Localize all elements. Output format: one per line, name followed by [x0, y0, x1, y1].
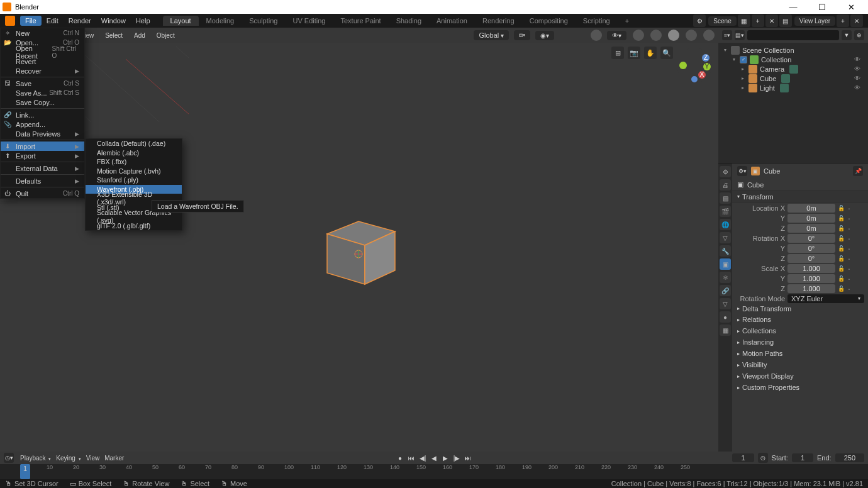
- file-menu-open-recent[interactable]: Open RecentShift Ctrl O: [1, 47, 84, 57]
- vp-menu-object[interactable]: Object: [153, 31, 179, 40]
- lock-icon[interactable]: 🔓: [838, 286, 845, 292]
- timeline-menu-marker[interactable]: Marker: [104, 455, 124, 462]
- play-icon[interactable]: ▶: [440, 453, 450, 463]
- auto-key-icon[interactable]: ●: [395, 453, 405, 463]
- scale-z-input[interactable]: 1.000: [787, 284, 835, 293]
- physics-tab-icon[interactable]: ⚛: [720, 272, 731, 283]
- file-menu-import[interactable]: ⬇Import▶: [1, 141, 84, 151]
- visibility-eye-icon[interactable]: 👁: [854, 65, 860, 72]
- timeline-menu-keying[interactable]: Keying ▾: [56, 455, 81, 462]
- grid-icon[interactable]: ⊞: [611, 47, 624, 59]
- render-tab-icon[interactable]: ⚙: [720, 166, 731, 177]
- import-motion-capture-bvh-[interactable]: Motion Capture (.bvh): [86, 167, 182, 176]
- lock-icon[interactable]: 🔓: [838, 215, 845, 221]
- 3d-viewport[interactable]: ⧉▾ Object Mode ViewSelectAddObject Globa…: [0, 28, 718, 460]
- rotation-y-input[interactable]: 0°: [787, 244, 835, 253]
- current-frame-input[interactable]: 1: [732, 453, 754, 462]
- lock-icon[interactable]: 🔓: [838, 225, 845, 231]
- file-menu-quit[interactable]: ⏻QuitCtrl Q: [1, 189, 84, 198]
- location-z-input[interactable]: 0m: [787, 224, 835, 233]
- file-menu-append-[interactable]: 📎Append...: [1, 119, 84, 129]
- pin-icon[interactable]: 📌: [853, 166, 863, 176]
- viewlayer-new-icon[interactable]: +: [837, 14, 849, 27]
- outliner-light[interactable]: ▸Light👁: [718, 83, 868, 92]
- section-instancing[interactable]: ▸Instancing: [732, 336, 868, 348]
- close-button[interactable]: ✕: [837, 0, 865, 14]
- properties-editor-icon[interactable]: ⚙▾: [737, 166, 747, 176]
- outliner-editor-icon[interactable]: ≡▾: [722, 30, 732, 40]
- object-data-tab-icon[interactable]: ▽: [720, 232, 731, 243]
- default-cube[interactable]: [321, 210, 396, 286]
- workspace-tab-shading[interactable]: Shading: [389, 16, 429, 26]
- file-menu-new[interactable]: ✧NewCtrl N: [1, 28, 84, 38]
- file-menu-data-previews[interactable]: Data Previews▶: [1, 129, 84, 138]
- section-collections[interactable]: ▸Collections: [732, 325, 868, 336]
- lock-icon[interactable]: 🔓: [838, 255, 845, 262]
- shading-lookdev-icon[interactable]: [686, 30, 697, 41]
- outliner-search-input[interactable]: [747, 30, 839, 40]
- material-tab-icon[interactable]: ●: [720, 311, 731, 323]
- workspace-tab-animation[interactable]: Animation: [429, 16, 475, 26]
- section-viewport-display[interactable]: ▸Viewport Display: [732, 370, 868, 382]
- menu-window[interactable]: Window: [96, 16, 131, 26]
- menu-file[interactable]: File: [20, 16, 42, 26]
- pan-icon[interactable]: ✋: [644, 47, 657, 59]
- world-tab-icon[interactable]: 🌐: [720, 219, 731, 230]
- shading-wire-icon[interactable]: [650, 30, 662, 41]
- visibility-eye-icon[interactable]: 👁: [854, 84, 860, 91]
- workspace-tab-rendering[interactable]: Rendering: [475, 16, 522, 26]
- overlays-icon[interactable]: [591, 30, 602, 41]
- camera-view-icon[interactable]: 📷: [628, 47, 640, 59]
- section-custom-properties[interactable]: ▸Custom Properties: [732, 382, 868, 393]
- vp-menu-add[interactable]: Add: [130, 31, 149, 40]
- snap-icon[interactable]: ⧈▾: [514, 30, 530, 40]
- scene-close-icon[interactable]: ✕: [765, 14, 778, 27]
- modifiers-tab-icon[interactable]: 🔧: [720, 245, 731, 257]
- rotation-mode-dropdown[interactable]: XYZ Euler▾: [787, 294, 864, 303]
- end-frame-input[interactable]: 250: [835, 453, 864, 462]
- shading-rendered-icon[interactable]: [703, 30, 715, 41]
- blender-logo-icon[interactable]: [5, 16, 15, 26]
- viewlayer-tab-icon[interactable]: ▤: [720, 192, 731, 204]
- scene-icon[interactable]: ⚙: [693, 14, 706, 27]
- import-fbx-fbx-[interactable]: FBX (.fbx): [86, 157, 182, 167]
- outliner-display-icon[interactable]: ▤▾: [735, 30, 745, 40]
- timeline-menu-playback[interactable]: Playback ▾: [20, 455, 51, 462]
- import-collada-default-dae-[interactable]: Collada (Default) (.dae): [86, 139, 182, 148]
- key-prev-icon[interactable]: ◀|: [418, 453, 428, 463]
- transform-panel-header[interactable]: ▾Transform: [732, 191, 868, 202]
- import-stanford-ply-[interactable]: Stanford (.ply): [86, 175, 182, 185]
- menu-help[interactable]: Help: [131, 16, 155, 26]
- play-reverse-icon[interactable]: ◀: [429, 453, 439, 463]
- section-visibility[interactable]: ▸Visibility: [732, 359, 868, 370]
- file-menu-defaults[interactable]: Defaults▶: [1, 176, 84, 186]
- workspace-tab-modeling[interactable]: Modeling: [199, 16, 242, 26]
- proportional-icon[interactable]: ◉▾: [535, 31, 554, 40]
- import-alembic-abc-[interactable]: Alembic (.abc): [86, 148, 182, 158]
- file-menu-save[interactable]: 🖫SaveCtrl S: [1, 79, 84, 88]
- timeline-editor-icon[interactable]: ◷▾: [4, 453, 14, 463]
- file-menu-external-data[interactable]: External Data▶: [1, 164, 84, 173]
- rotation-x-input[interactable]: 0°: [787, 234, 835, 243]
- import-scalable-vector-graphics-svg-[interactable]: Scalable Vector Graphics (.svg): [86, 212, 182, 221]
- collection-checkbox[interactable]: ✓: [740, 56, 747, 64]
- lock-icon[interactable]: 🔓: [838, 265, 845, 272]
- lock-icon[interactable]: 🔓: [838, 205, 845, 211]
- rotation-z-input[interactable]: 0°: [787, 254, 835, 263]
- workspace-tab-scripting[interactable]: Scripting: [576, 16, 618, 26]
- zoom-icon[interactable]: 🔍: [660, 47, 673, 59]
- file-menu-revert[interactable]: Revert: [1, 57, 84, 66]
- file-menu-save-copy-[interactable]: Save Copy...: [1, 97, 84, 107]
- section-relations[interactable]: ▸Relations: [732, 314, 868, 325]
- lock-icon[interactable]: 🔓: [838, 275, 845, 282]
- file-menu-export[interactable]: ⬆Export▶: [1, 151, 84, 160]
- gizmo-icon[interactable]: [633, 30, 644, 41]
- scene-new-icon[interactable]: +: [752, 14, 764, 27]
- outliner-cube[interactable]: ▸Cube👁: [718, 74, 868, 83]
- viewlayer-field[interactable]: View Layer: [794, 16, 835, 26]
- scene-field[interactable]: Scene: [708, 16, 736, 26]
- breadcrumb-object[interactable]: Cube: [747, 181, 764, 189]
- visibility-eye-icon[interactable]: 👁: [854, 75, 860, 82]
- jump-end-icon[interactable]: ⏭: [463, 453, 473, 463]
- output-tab-icon[interactable]: 🖨: [720, 179, 731, 191]
